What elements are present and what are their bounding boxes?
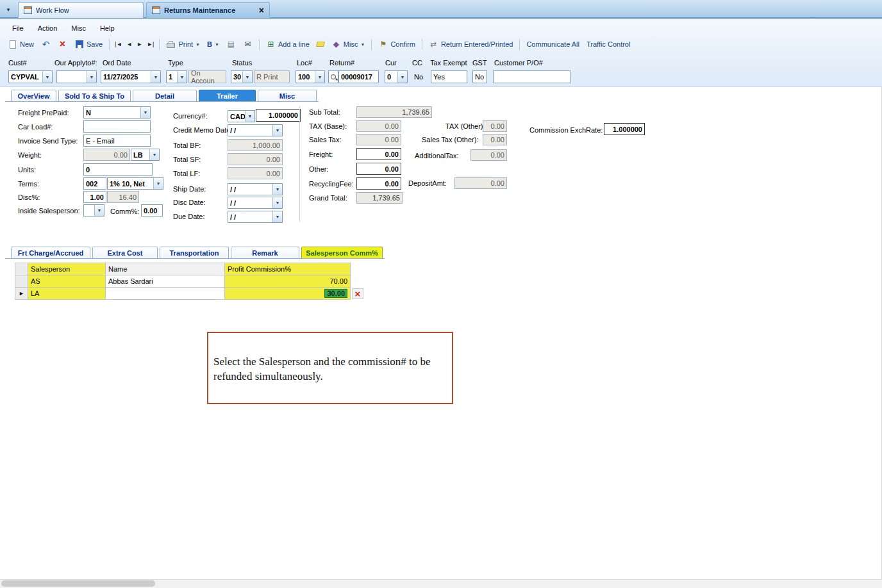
new-button[interactable]: New — [5, 38, 37, 51]
column-header-name[interactable]: Name — [106, 263, 225, 275]
batch-button[interactable]: B▼ — [204, 39, 222, 49]
return-search-button[interactable] — [328, 70, 338, 83]
menu-misc[interactable]: Misc — [64, 22, 93, 34]
gst-field[interactable]: No — [472, 70, 487, 83]
tab-returns-maintenance-label: Returns Maintenance — [164, 6, 235, 14]
currency-combo[interactable]: CAD▼ — [228, 110, 255, 122]
ord-date-combo[interactable]: 11/27/2025▼ — [101, 70, 161, 83]
email-button[interactable]: ✉ — [240, 38, 255, 51]
comm-pct-field[interactable]: 0.00 — [141, 204, 163, 216]
delete-button[interactable]: × — [55, 38, 70, 51]
cell-commission-editing[interactable]: 30.00 — [225, 288, 351, 300]
return-number-field[interactable]: 00009017 — [338, 70, 379, 83]
misc-button[interactable]: ◆Misc▼ — [329, 38, 368, 51]
add-line-button[interactable]: ⊞Add a line — [263, 38, 312, 51]
nav-next-button[interactable]: ► — [135, 40, 144, 48]
credit-memo-date-combo[interactable]: / /▼ — [228, 124, 283, 136]
menu-help[interactable]: Help — [93, 22, 122, 34]
tab-detail[interactable]: Detail — [133, 90, 197, 102]
highlight-button[interactable] — [314, 40, 327, 48]
commission-exchrate-field[interactable]: 1.000000 — [604, 123, 645, 135]
commission-selected-value[interactable]: 30.00 — [324, 289, 347, 298]
nav-prev-button[interactable]: ◄ — [125, 40, 133, 48]
chevron-down-icon[interactable]: ▼ — [42, 71, 52, 83]
cust-combo[interactable]: CYPVAL▼ — [8, 70, 53, 83]
undo-button[interactable]: ↶ — [38, 38, 53, 51]
menu-action[interactable]: Action — [31, 22, 65, 34]
status-combo[interactable]: 30▼ — [231, 70, 253, 83]
freight-field[interactable]: 0.00 — [356, 148, 401, 160]
cell-name[interactable]: Abbas Sardari — [106, 275, 225, 288]
tab-trailer[interactable]: Trailer — [199, 90, 256, 102]
tab-transportation[interactable]: Transportation — [160, 247, 229, 259]
print-button[interactable]: Print▼ — [163, 38, 203, 51]
cell-commission[interactable]: 70.00 — [225, 275, 351, 288]
cell-salesperson[interactable]: AS — [28, 275, 106, 288]
column-header-salesperson[interactable]: Salesperson — [28, 263, 106, 275]
tab-overview[interactable]: OverView — [11, 90, 56, 102]
grid-row-current[interactable]: ► LA 30.00 — [15, 288, 351, 300]
chevron-down-icon[interactable]: ▼ — [272, 125, 282, 136]
tab-returns-maintenance[interactable]: Returns Maintenance × — [146, 2, 270, 18]
nav-first-button[interactable]: |◄ — [113, 40, 123, 48]
chevron-down-icon[interactable]: ▼ — [177, 71, 187, 83]
chevron-down-icon[interactable]: ▼ — [272, 197, 282, 208]
chevron-down-icon[interactable]: ▼ — [149, 149, 159, 160]
ship-date-combo[interactable]: / /▼ — [228, 183, 283, 195]
tab-work-flow[interactable]: Work Flow — [18, 2, 144, 18]
loc-combo[interactable]: 100▼ — [295, 70, 325, 83]
car-load-field[interactable] — [83, 120, 151, 133]
chevron-down-icon[interactable]: ▼ — [140, 107, 150, 118]
traffic-control-button[interactable]: Traffic Control — [584, 39, 633, 49]
chevron-down-icon[interactable]: ▼ — [153, 178, 163, 189]
communicate-all-button[interactable]: Communicate All — [524, 39, 582, 49]
terms-desc-combo[interactable]: 1% 10, Net▼ — [107, 177, 163, 190]
terms-code-field[interactable]: 002 — [83, 177, 106, 190]
chevron-down-icon[interactable]: ▼ — [397, 71, 407, 83]
tax-exempt-field[interactable]: Yes — [431, 70, 467, 83]
tablist-dropdown-button[interactable]: ▼ — [2, 3, 15, 16]
menu-file[interactable]: File — [5, 22, 31, 34]
applyto-combo[interactable]: ▼ — [56, 70, 97, 83]
chevron-down-icon[interactable]: ▼ — [87, 71, 96, 83]
invoice-send-type-field[interactable]: E - Email — [83, 135, 151, 147]
tab-frt-charge-accrued[interactable]: Frt Charge/Accrued — [11, 247, 90, 259]
chevron-down-icon[interactable]: ▼ — [315, 71, 324, 83]
cell-name[interactable] — [106, 288, 225, 300]
grid-row[interactable]: AS Abbas Sardari 70.00 — [15, 275, 351, 288]
tab-sold-to-ship-to[interactable]: Sold To & Ship To — [58, 90, 131, 102]
cell-salesperson[interactable]: LA — [28, 288, 106, 300]
inside-salesperson-combo[interactable]: ▼ — [83, 204, 104, 216]
tab-misc[interactable]: Misc — [258, 90, 317, 102]
return-entered-button[interactable]: ⇄Return Entered/Printed — [426, 38, 516, 51]
currency-rate-field[interactable]: 1.000000 — [256, 109, 301, 122]
due-date-combo[interactable]: / /▼ — [228, 211, 283, 223]
disc-pct-field[interactable]: 1.00 — [83, 191, 106, 203]
weight-unit-combo[interactable]: LB▼ — [131, 149, 160, 161]
chevron-down-icon[interactable]: ▼ — [245, 111, 254, 122]
other-field[interactable]: 0.00 — [356, 163, 401, 175]
chevron-down-icon[interactable]: ▼ — [242, 71, 252, 83]
freight-prepaid-combo[interactable]: N▼ — [83, 106, 151, 118]
column-header-commission[interactable]: Profit Commission% — [225, 263, 351, 275]
chevron-down-icon[interactable]: ▼ — [151, 71, 160, 83]
confirm-button[interactable]: ⚑Confirm — [376, 38, 418, 51]
chevron-down-icon[interactable]: ▼ — [272, 184, 282, 195]
disc-date-combo[interactable]: / /▼ — [228, 197, 283, 209]
tab-remark[interactable]: Remark — [231, 247, 299, 259]
type-combo[interactable]: 1▼ — [166, 70, 187, 83]
close-icon[interactable]: × — [253, 6, 264, 15]
tab-salesperson-comm[interactable]: Salesperson Comm% — [301, 247, 383, 259]
save-button[interactable]: Save — [72, 38, 105, 51]
chevron-down-icon[interactable]: ▼ — [272, 211, 282, 222]
units-field[interactable]: 0 — [83, 163, 153, 176]
stamp-button[interactable]: ▤ — [224, 38, 238, 51]
horizontal-scrollbar-thumb[interactable] — [1, 580, 155, 587]
recycling-fee-field[interactable]: 0.00 — [356, 177, 401, 190]
delete-row-button[interactable]: × — [352, 288, 363, 299]
tab-extra-cost[interactable]: Extra Cost — [92, 247, 158, 259]
customer-po-field[interactable] — [493, 70, 570, 83]
chevron-down-icon[interactable]: ▼ — [94, 205, 104, 216]
nav-last-button[interactable]: ►| — [146, 40, 155, 48]
cur-combo[interactable]: 0▼ — [385, 70, 408, 83]
